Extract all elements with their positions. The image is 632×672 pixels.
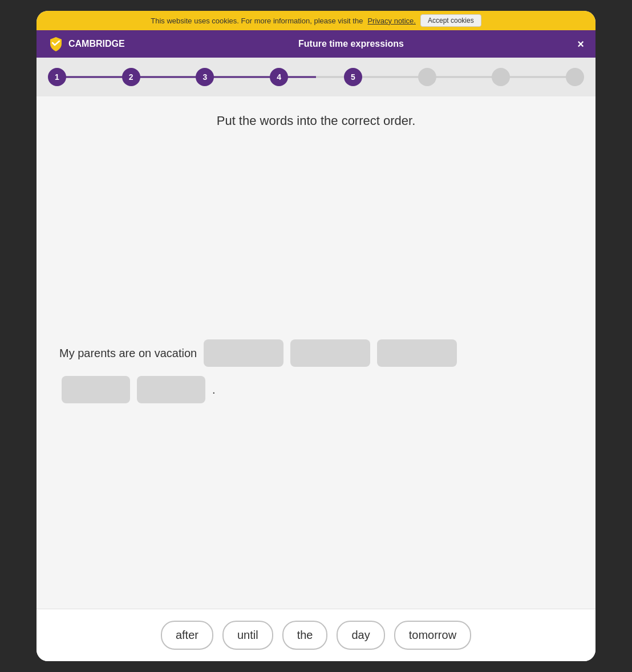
word-chip-the[interactable]: the	[282, 621, 328, 650]
word-chip-day[interactable]: day	[337, 621, 384, 650]
drop-zone-2[interactable]	[290, 339, 370, 367]
instruction-text: Put the words into the correct order.	[59, 114, 573, 128]
step-nodes: 1 2 3 4 5	[48, 68, 584, 86]
period: .	[212, 383, 216, 396]
sentence-prefix: My parents are on vacation	[59, 347, 197, 360]
step-7	[492, 68, 510, 86]
cookie-banner: This website uses cookies. For more info…	[37, 11, 595, 30]
word-bank: after until the day tomorrow	[37, 609, 595, 661]
drop-zone-1[interactable]	[204, 339, 283, 367]
sentence-row-1: My parents are on vacation	[59, 339, 573, 367]
step-5: 5	[344, 68, 362, 86]
cambridge-logo: CAMBRIDGE	[48, 36, 125, 52]
step-2: 2	[122, 68, 140, 86]
main-content: Put the words into the correct order. My…	[37, 96, 595, 609]
exercise-area: My parents are on vacation .	[59, 151, 573, 592]
accept-cookies-button[interactable]: Accept cookies	[420, 14, 481, 27]
cambridge-shield-icon	[48, 36, 64, 52]
step-6	[418, 68, 436, 86]
drop-zone-5[interactable]	[137, 376, 205, 403]
device-frame: This website uses cookies. For more info…	[37, 11, 595, 661]
progress-track: 1 2 3 4 5	[48, 68, 584, 86]
word-chip-until[interactable]: until	[222, 621, 273, 650]
cookie-message: This website uses cookies. For more info…	[151, 17, 363, 25]
step-1: 1	[48, 68, 66, 86]
step-8	[566, 68, 584, 86]
word-chip-tomorrow[interactable]: tomorrow	[394, 621, 471, 650]
close-button[interactable]: ×	[577, 38, 584, 51]
step-3: 3	[196, 68, 214, 86]
step-4: 4	[270, 68, 288, 86]
sentence-row-2: .	[59, 376, 573, 403]
progress-bar-container: 1 2 3 4 5	[37, 58, 595, 96]
header: CAMBRIDGE Future time expressions ×	[37, 30, 595, 58]
drop-zone-3[interactable]	[377, 339, 457, 367]
header-title: Future time expressions	[298, 39, 404, 49]
privacy-link[interactable]: Privacy notice.	[367, 17, 416, 25]
word-chip-after[interactable]: after	[161, 621, 213, 650]
drop-zone-4[interactable]	[62, 376, 130, 403]
cambridge-logo-text: CAMBRIDGE	[68, 39, 125, 49]
